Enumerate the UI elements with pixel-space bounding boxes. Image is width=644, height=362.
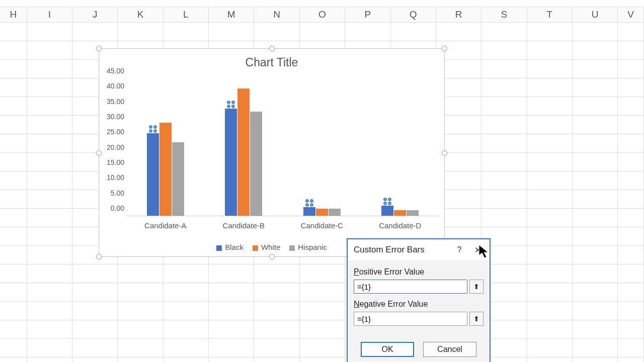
cell[interactable] — [254, 23, 299, 41]
cell[interactable] — [527, 60, 573, 78]
cell[interactable] — [527, 357, 573, 362]
cell[interactable] — [527, 246, 573, 264]
cell[interactable] — [481, 116, 527, 134]
cell[interactable] — [254, 302, 299, 320]
cell[interactable] — [481, 41, 527, 60]
cell[interactable] — [209, 339, 254, 357]
cell[interactable] — [573, 246, 618, 264]
cell[interactable] — [300, 357, 345, 362]
cell[interactable] — [481, 97, 527, 116]
cell[interactable] — [573, 227, 618, 246]
cell[interactable] — [0, 283, 27, 302]
chart-bar[interactable] — [329, 209, 341, 216]
cell[interactable] — [527, 283, 573, 302]
cell[interactable] — [72, 357, 118, 362]
column-header[interactable]: P — [345, 7, 390, 22]
cell[interactable] — [481, 190, 527, 209]
cell[interactable] — [618, 264, 644, 283]
cell[interactable] — [391, 23, 436, 41]
cell[interactable] — [573, 78, 618, 97]
cell[interactable] — [27, 23, 72, 41]
selection-handle[interactable] — [442, 46, 447, 51]
cell[interactable] — [0, 116, 27, 134]
cell[interactable] — [164, 357, 209, 362]
column-header[interactable]: M — [209, 7, 254, 22]
cell[interactable] — [27, 116, 72, 134]
cell[interactable] — [209, 283, 254, 302]
cell[interactable] — [300, 320, 345, 339]
cell[interactable] — [527, 78, 573, 97]
column-header[interactable]: K — [118, 7, 163, 22]
cell[interactable] — [27, 78, 72, 97]
cell[interactable] — [0, 78, 27, 97]
cell[interactable] — [0, 171, 27, 190]
cell[interactable] — [527, 41, 573, 60]
cell[interactable] — [527, 302, 573, 320]
cell[interactable] — [164, 23, 209, 41]
chart-bar[interactable] — [172, 142, 184, 216]
cell[interactable] — [0, 190, 27, 209]
cell[interactable] — [72, 23, 118, 41]
positive-range-selector-button[interactable]: ⬆ — [469, 280, 484, 294]
cell[interactable] — [481, 60, 527, 78]
chart-bar[interactable] — [303, 207, 315, 216]
cell[interactable] — [0, 339, 27, 357]
cell[interactable] — [618, 339, 644, 357]
cell[interactable] — [300, 283, 345, 302]
cell[interactable] — [72, 264, 118, 283]
cell[interactable] — [618, 302, 644, 320]
dialog-titlebar[interactable]: Custom Error Bars ? ✕ — [348, 239, 490, 260]
cell[interactable] — [0, 302, 27, 320]
cell[interactable] — [27, 283, 72, 302]
column-header[interactable]: O — [300, 7, 345, 22]
cell[interactable] — [527, 171, 573, 190]
chart-bar[interactable] — [316, 209, 328, 216]
cell[interactable] — [0, 320, 27, 339]
cell[interactable] — [118, 283, 163, 302]
cell[interactable] — [481, 23, 527, 41]
y-axis[interactable]: 0.005.0010.0015.0020.0025.0030.0035.0040… — [103, 79, 124, 216]
cell[interactable] — [300, 264, 345, 283]
dialog-help-button[interactable]: ? — [450, 243, 468, 256]
cell[interactable] — [481, 153, 527, 171]
cell[interactable] — [573, 357, 618, 362]
cell[interactable] — [27, 134, 72, 153]
cancel-button[interactable]: Cancel — [423, 342, 476, 357]
cell[interactable] — [618, 209, 644, 227]
legend-item[interactable]: White — [253, 243, 280, 251]
cell[interactable] — [573, 283, 618, 302]
cell[interactable] — [0, 357, 27, 362]
chart-bar[interactable] — [225, 109, 237, 216]
cell[interactable] — [27, 264, 72, 283]
column-header[interactable]: L — [164, 7, 209, 22]
cell[interactable] — [164, 264, 209, 283]
cell[interactable] — [618, 227, 644, 246]
cell[interactable] — [27, 41, 72, 60]
cell[interactable] — [0, 60, 27, 78]
cell[interactable] — [0, 264, 27, 283]
cell[interactable] — [527, 320, 573, 339]
cell[interactable] — [164, 283, 209, 302]
cell[interactable] — [300, 302, 345, 320]
cell[interactable] — [527, 264, 573, 283]
column-header[interactable]: N — [254, 7, 299, 22]
column-header[interactable]: V — [618, 7, 644, 22]
cell[interactable] — [0, 227, 27, 246]
chart-bar[interactable] — [381, 206, 393, 216]
cell[interactable] — [254, 339, 299, 357]
cell[interactable] — [618, 171, 644, 190]
dialog-close-button[interactable]: ✕ — [468, 243, 487, 256]
cell[interactable] — [618, 153, 644, 171]
chart-title[interactable]: Chart Title — [99, 49, 444, 69]
cell[interactable] — [527, 23, 573, 41]
selection-handle[interactable] — [96, 46, 102, 51]
cell[interactable] — [527, 116, 573, 134]
cell[interactable] — [209, 302, 254, 320]
cell[interactable] — [0, 23, 27, 41]
cell[interactable] — [573, 60, 618, 78]
cell[interactable] — [118, 357, 163, 362]
chart-bar[interactable] — [159, 123, 172, 216]
cell[interactable] — [618, 23, 644, 41]
cell[interactable] — [573, 339, 618, 357]
cell[interactable] — [573, 23, 618, 41]
